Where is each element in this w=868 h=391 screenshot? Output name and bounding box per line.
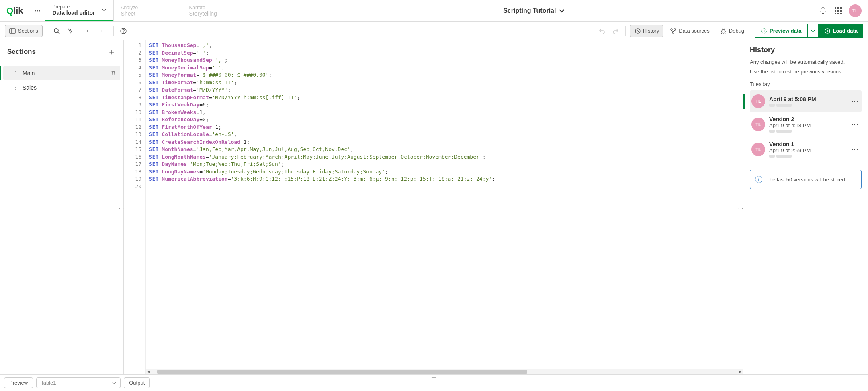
user-avatar[interactable]: TL xyxy=(849,4,862,17)
notifications-button[interactable] xyxy=(818,6,828,16)
nav-narrate-label: Narrate xyxy=(189,5,243,10)
load-data-button[interactable]: Load data xyxy=(819,24,863,38)
chevron-down-icon xyxy=(112,381,116,385)
app-title[interactable]: Scripting Tutorial xyxy=(250,0,818,21)
app-title-text: Scripting Tutorial xyxy=(503,7,556,14)
search-button[interactable] xyxy=(51,25,62,37)
svg-point-29 xyxy=(672,32,674,33)
play-icon xyxy=(824,28,831,34)
panel-icon xyxy=(9,28,16,34)
help-button[interactable] xyxy=(118,25,129,37)
version-more-button[interactable]: ⋯ xyxy=(850,120,860,129)
svg-point-28 xyxy=(674,29,676,30)
search-icon xyxy=(53,28,60,34)
add-section-button[interactable]: ＋ xyxy=(107,46,116,58)
avatar: TL xyxy=(751,94,765,108)
svg-rect-6 xyxy=(835,10,836,12)
section-item[interactable]: ⋮⋮Sales xyxy=(3,80,120,95)
history-info-box: i The last 50 versions will be stored. xyxy=(750,170,862,189)
version-more-button[interactable]: ⋯ xyxy=(850,97,860,106)
undo-icon xyxy=(599,28,605,34)
nav-prepare[interactable]: Prepare Data load editor xyxy=(45,0,113,21)
data-sources-button[interactable]: Data sources xyxy=(666,25,714,37)
toolbar: Sections History Data sources Debug Pre xyxy=(0,22,868,40)
info-icon: i xyxy=(755,176,762,183)
version-item[interactable]: TLVersion 1April 9 at 2:59 PM⋯ xyxy=(750,137,862,162)
preview-tab-button[interactable]: Preview xyxy=(4,377,33,388)
divider xyxy=(47,26,47,36)
horizontal-scrollbar[interactable]: ◄ ► xyxy=(146,369,743,374)
preview-data-chevron[interactable] xyxy=(808,24,819,38)
svg-rect-11 xyxy=(840,13,842,14)
sections-toggle[interactable]: Sections xyxy=(5,25,43,37)
preview-icon xyxy=(761,28,767,34)
debug-label: Debug xyxy=(729,28,744,34)
history-day: Tuesday xyxy=(750,81,862,87)
data-sources-label: Data sources xyxy=(679,28,710,34)
line-gutter: 1234567891011121314151617181920 xyxy=(124,40,146,374)
app-menu-button[interactable] xyxy=(30,0,45,21)
debug-button[interactable]: Debug xyxy=(716,25,748,37)
svg-point-14 xyxy=(54,29,58,33)
sections-label: Sections xyxy=(18,28,38,34)
history-panel: History Any changes will be automaticall… xyxy=(743,40,868,374)
version-item[interactable]: TLApril 9 at 5:08 PM⋯ xyxy=(750,90,862,112)
outdent-button[interactable] xyxy=(98,25,109,37)
section-item[interactable]: ⋮⋮Main xyxy=(3,66,120,80)
scroll-right-icon[interactable]: ► xyxy=(737,369,743,375)
topbar: Qlik Prepare Data load editor Analyze Sh… xyxy=(0,0,868,22)
app-launcher-button[interactable] xyxy=(833,6,843,16)
trash-icon[interactable] xyxy=(111,70,116,76)
indent-button[interactable] xyxy=(84,25,96,37)
history-title: History xyxy=(750,46,862,54)
output-tab-button[interactable]: Output xyxy=(124,377,150,388)
redo-icon xyxy=(612,28,619,34)
nav-analyze[interactable]: Analyze Sheet xyxy=(113,0,182,21)
svg-line-15 xyxy=(58,32,59,34)
version-title: April 9 at 5:08 PM xyxy=(769,96,845,102)
divider xyxy=(113,26,114,36)
main: Sections ＋ ⋮⋮Main⋮⋮Sales ⋮⋮ 123456789101… xyxy=(0,40,868,374)
comment-icon xyxy=(67,28,74,34)
resize-handle-horizontal[interactable]: ═ xyxy=(432,374,436,380)
comment-toggle-button[interactable] xyxy=(65,25,76,37)
svg-point-27 xyxy=(671,29,672,30)
scroll-left-icon[interactable]: ◄ xyxy=(146,369,151,375)
data-sources-icon xyxy=(670,28,676,34)
svg-point-2 xyxy=(39,10,40,11)
resize-handle[interactable]: ⋮⋮ xyxy=(737,205,743,210)
nav-narrate[interactable]: Narrate Storytelling xyxy=(182,0,250,21)
code-editor[interactable]: 1234567891011121314151617181920 SET Thou… xyxy=(124,40,743,374)
chevron-down-icon[interactable] xyxy=(100,6,108,14)
scroll-thumb[interactable] xyxy=(157,370,527,374)
grip-icon[interactable]: ⋮⋮ xyxy=(7,70,18,76)
table-select[interactable]: Table1 xyxy=(36,377,121,388)
avatar: TL xyxy=(751,143,765,156)
svg-point-25 xyxy=(123,32,124,33)
svg-rect-12 xyxy=(10,29,15,33)
svg-rect-3 xyxy=(835,7,836,9)
section-label: Main xyxy=(23,70,35,76)
divider xyxy=(80,26,80,36)
chevron-down-icon xyxy=(811,29,815,33)
undo-button[interactable] xyxy=(596,25,608,37)
nav-narrate-sub: Storytelling xyxy=(189,10,243,17)
version-time: April 9 at 2:59 PM xyxy=(769,147,845,153)
version-more-button[interactable]: ⋯ xyxy=(850,145,860,154)
version-item[interactable]: TLVersion 2April 9 at 4:18 PM⋯ xyxy=(750,112,862,137)
nav-analyze-sub: Sheet xyxy=(121,10,174,17)
section-label: Sales xyxy=(23,84,37,91)
history-label: History xyxy=(643,28,659,34)
help-icon xyxy=(120,28,127,34)
svg-point-1 xyxy=(37,10,38,11)
history-desc1: Any changes will be automatically saved. xyxy=(750,58,862,66)
version-title: Version 1 xyxy=(769,141,845,147)
code-area[interactable]: SET ThousandSep=',';SET DecimalSep='.';S… xyxy=(146,40,743,374)
indent-icon xyxy=(87,28,93,34)
redo-button[interactable] xyxy=(610,25,621,37)
grip-icon[interactable]: ⋮⋮ xyxy=(7,84,18,91)
grid-icon xyxy=(835,7,842,14)
history-button[interactable]: History xyxy=(630,25,663,37)
svg-rect-5 xyxy=(840,7,842,9)
preview-data-button[interactable]: Preview data xyxy=(755,24,808,38)
